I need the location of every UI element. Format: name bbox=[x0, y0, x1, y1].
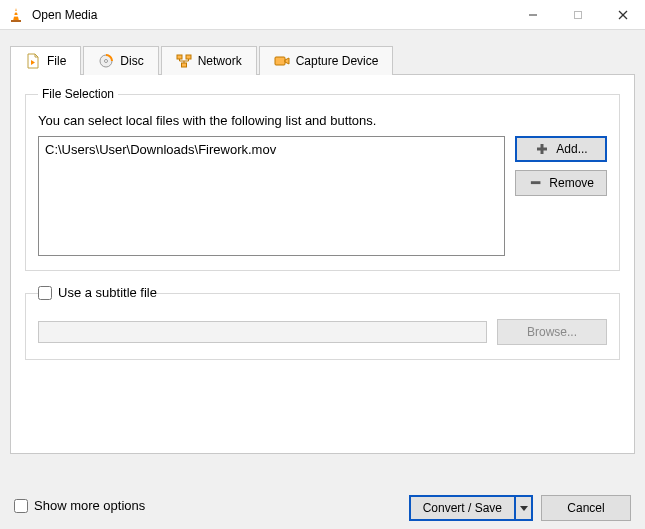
svg-rect-14 bbox=[275, 57, 285, 65]
titlebar: Open Media bbox=[0, 0, 645, 30]
svg-rect-11 bbox=[177, 55, 182, 59]
plus-icon bbox=[534, 141, 550, 157]
use-subtitle-checkbox[interactable]: Use a subtitle file bbox=[38, 285, 157, 300]
add-button[interactable]: Add... bbox=[515, 136, 607, 162]
show-more-options-input[interactable] bbox=[14, 499, 28, 513]
tab-file-label: File bbox=[47, 54, 66, 68]
file-selection-legend: File Selection bbox=[38, 87, 118, 101]
svg-marker-0 bbox=[13, 8, 19, 21]
svg-rect-3 bbox=[11, 20, 21, 22]
vlc-cone-icon bbox=[8, 7, 24, 23]
svg-marker-19 bbox=[520, 506, 528, 511]
svg-rect-12 bbox=[186, 55, 191, 59]
tab-disc-label: Disc bbox=[120, 54, 143, 68]
subtitle-path-input bbox=[38, 321, 487, 343]
convert-save-splitbutton: Convert / Save bbox=[409, 495, 533, 521]
file-icon bbox=[25, 53, 41, 69]
svg-rect-1 bbox=[14, 11, 18, 13]
convert-save-dropdown[interactable] bbox=[515, 495, 533, 521]
file-list-item[interactable]: C:\Users\User\Downloads\Firework.mov bbox=[45, 141, 498, 158]
svg-rect-5 bbox=[574, 11, 581, 18]
tab-panel-file: File Selection You can select local file… bbox=[10, 74, 635, 454]
minus-icon bbox=[528, 175, 543, 191]
disc-icon bbox=[98, 53, 114, 69]
file-list[interactable]: C:\Users\User\Downloads\Firework.mov bbox=[38, 136, 505, 256]
svg-rect-2 bbox=[14, 15, 19, 17]
file-selection-group: File Selection You can select local file… bbox=[25, 87, 620, 271]
convert-save-label: Convert / Save bbox=[423, 501, 502, 515]
tabstrip: File Disc Network Capture Devi bbox=[10, 44, 635, 74]
remove-button-label: Remove bbox=[549, 176, 594, 190]
browse-subtitle-label: Browse... bbox=[527, 325, 577, 339]
use-subtitle-checkbox-input[interactable] bbox=[38, 286, 52, 300]
browse-subtitle-button: Browse... bbox=[497, 319, 607, 345]
tab-file[interactable]: File bbox=[10, 46, 81, 75]
show-more-options-checkbox[interactable]: Show more options bbox=[14, 498, 145, 513]
capture-device-icon bbox=[274, 53, 290, 69]
tab-network-label: Network bbox=[198, 54, 242, 68]
tab-disc[interactable]: Disc bbox=[83, 46, 158, 75]
minimize-button[interactable] bbox=[510, 0, 555, 30]
window-title: Open Media bbox=[32, 8, 97, 22]
close-button[interactable] bbox=[600, 0, 645, 30]
convert-save-button[interactable]: Convert / Save bbox=[409, 495, 515, 521]
use-subtitle-label: Use a subtitle file bbox=[58, 285, 157, 300]
chevron-down-icon bbox=[520, 504, 528, 512]
network-icon bbox=[176, 53, 192, 69]
subtitle-group: Use a subtitle file Browse... bbox=[25, 285, 620, 360]
tab-capture[interactable]: Capture Device bbox=[259, 46, 394, 75]
cancel-label: Cancel bbox=[567, 501, 604, 515]
remove-button[interactable]: Remove bbox=[515, 170, 607, 196]
tab-capture-label: Capture Device bbox=[296, 54, 379, 68]
maximize-button[interactable] bbox=[555, 0, 600, 30]
add-button-label: Add... bbox=[556, 142, 587, 156]
tab-network[interactable]: Network bbox=[161, 46, 257, 75]
show-more-options-label: Show more options bbox=[34, 498, 145, 513]
svg-point-10 bbox=[105, 60, 108, 63]
file-selection-hint: You can select local files with the foll… bbox=[38, 113, 607, 128]
svg-rect-13 bbox=[181, 63, 186, 67]
client-area: File Disc Network Capture Devi bbox=[0, 30, 645, 529]
cancel-button[interactable]: Cancel bbox=[541, 495, 631, 521]
svg-marker-15 bbox=[285, 58, 289, 64]
dialog-footer: Convert / Save Cancel bbox=[409, 495, 631, 521]
